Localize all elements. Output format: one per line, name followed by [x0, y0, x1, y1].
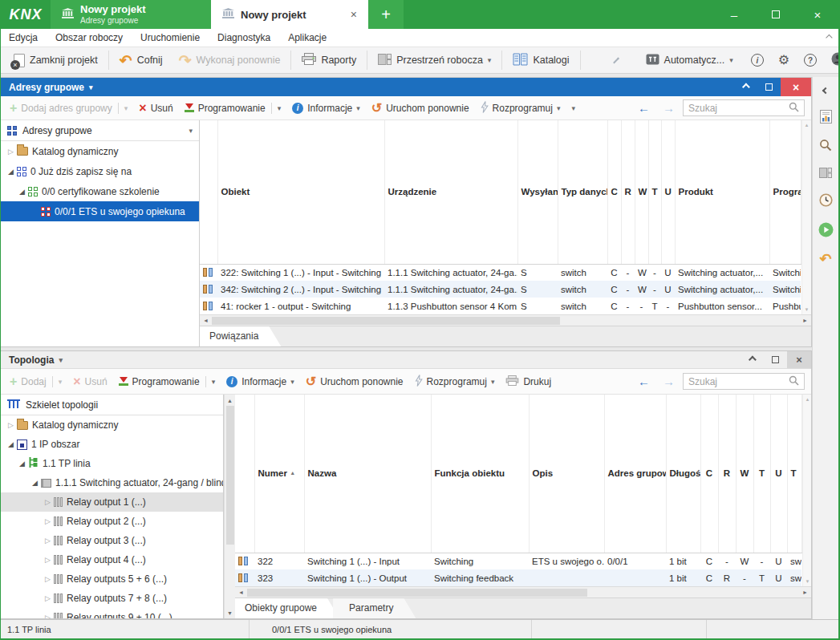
- gear-icon[interactable]: ⚙: [778, 54, 789, 67]
- tree-vertical-scrollbar[interactable]: ▲ ▼: [224, 395, 235, 618]
- column-header[interactable]: Numer ▲: [254, 395, 304, 553]
- tree-item-middle-group[interactable]: ◢ 0/0 certyfikowane szkolenie: [1, 181, 199, 201]
- close-project-button[interactable]: × Zamknij projekt: [6, 47, 106, 73]
- scroll-down-icon[interactable]: ▼: [805, 307, 810, 312]
- tree-item-device[interactable]: ◢ 1.1.1 Switching actuator, 24-gang / bl…: [1, 473, 223, 492]
- scroll-right-icon[interactable]: ►: [799, 589, 811, 595]
- undo-button[interactable]: ↶ Cofnij: [112, 47, 171, 73]
- scroll-up-icon[interactable]: ▲: [227, 395, 233, 406]
- column-header[interactable]: Opis: [529, 395, 604, 553]
- column-header[interactable]: R: [718, 395, 736, 553]
- search-icon[interactable]: [789, 375, 799, 388]
- close-button[interactable]: ×: [797, 0, 838, 29]
- scroll-up-icon[interactable]: ▲: [805, 123, 810, 128]
- column-header[interactable]: C: [607, 120, 621, 264]
- chevron-down-icon[interactable]: ▾: [59, 356, 63, 364]
- collapsed-arrow-icon[interactable]: ▷: [42, 614, 54, 618]
- project-tab-inactive[interactable]: Nowy projekt ×: [211, 0, 368, 29]
- play-icon[interactable]: [818, 222, 834, 240]
- user-icon[interactable]: [831, 52, 840, 68]
- column-header[interactable]: Nazwa: [304, 395, 431, 553]
- vertical-scrollbar[interactable]: ▲ ▼: [802, 395, 812, 586]
- collapsed-arrow-icon[interactable]: ▷: [42, 556, 54, 564]
- collapse-sidebar-icon[interactable]: [822, 87, 829, 94]
- column-header[interactable]: Produkt: [675, 120, 769, 264]
- expanded-arrow-icon[interactable]: ◢: [5, 440, 17, 448]
- scrollbar-thumb[interactable]: [212, 317, 560, 325]
- add-group-address-button[interactable]: + Dodaj adres grupowy ▾: [4, 96, 133, 119]
- expanded-arrow-icon[interactable]: ◢: [16, 188, 28, 196]
- info-button[interactable]: i Informacje ▾: [221, 369, 300, 394]
- tree-header[interactable]: Szkielet topologii: [1, 395, 223, 415]
- chevron-down-icon[interactable]: ▾: [189, 127, 193, 135]
- tab-parametry[interactable]: Parametry: [333, 598, 416, 618]
- topology-panel-header[interactable]: Topologia ▾ ×: [1, 351, 811, 369]
- panel-collapse-button[interactable]: [739, 351, 763, 368]
- tree-item-dynamic-folder[interactable]: ▷ Katalog dynamiczny: [1, 141, 199, 161]
- expanded-arrow-icon[interactable]: ◢: [16, 460, 28, 468]
- maximize-button[interactable]: [755, 0, 797, 29]
- column-header[interactable]: W: [736, 395, 753, 553]
- tree-item-area[interactable]: ◢ 1 IP obszar: [1, 435, 223, 454]
- tree-item-group-address-selected[interactable]: 0/0/1 ETS u swojego opiekuna: [1, 201, 199, 221]
- extra-dropdown-button[interactable]: ▾: [566, 96, 581, 119]
- group-addresses-panel-header[interactable]: Adresy grupowe ▾ ×: [1, 78, 811, 96]
- search-icon[interactable]: [789, 102, 799, 115]
- back-arrow[interactable]: ←: [631, 375, 656, 388]
- column-header[interactable]: Wysyłany: [517, 120, 558, 264]
- panel-close-button[interactable]: ×: [781, 78, 811, 96]
- column-header[interactable]: Obiekt: [217, 120, 384, 264]
- collapsed-arrow-icon[interactable]: ▷: [42, 594, 54, 602]
- horizontal-scrollbar[interactable]: ◄ ►: [235, 586, 811, 597]
- tree-item-channel[interactable]: ▷ Relay outputs 7 + 8 (...): [1, 589, 223, 608]
- delete-button[interactable]: × Usuń: [133, 96, 178, 119]
- search-icon[interactable]: [819, 139, 832, 155]
- tree-item-line[interactable]: ◢ 1.1 TP linia: [1, 454, 223, 473]
- collapsed-arrow-icon[interactable]: ▷: [5, 421, 17, 429]
- reports-button[interactable]: Raporty: [294, 47, 364, 73]
- menu-aplikacje[interactable]: Aplikacje: [288, 32, 327, 43]
- expanded-arrow-icon[interactable]: ◢: [5, 168, 17, 176]
- close-tab-icon[interactable]: ×: [351, 8, 357, 21]
- scroll-up-icon[interactable]: ▲: [806, 397, 810, 402]
- expanded-arrow-icon[interactable]: ◢: [29, 479, 41, 487]
- workspace-icon[interactable]: [819, 167, 832, 181]
- scroll-left-icon[interactable]: ◄: [200, 318, 212, 323]
- undo-history-icon[interactable]: ↶: [819, 252, 831, 266]
- scroll-left-icon[interactable]: ◄: [235, 589, 247, 595]
- column-header[interactable]: T: [648, 120, 661, 264]
- tree-item-main-group[interactable]: ◢ 0 Już dziś zapisz się na: [1, 161, 199, 181]
- workspace-button[interactable]: Przestrzeń robocza ▾: [370, 47, 499, 73]
- column-header[interactable]: T: [787, 395, 801, 553]
- tree-item-dynamic-folder[interactable]: ▷ Katalog dynamiczny: [1, 415, 223, 435]
- column-header[interactable]: C: [700, 395, 718, 553]
- info-icon[interactable]: i: [751, 54, 764, 67]
- connection-mode-button[interactable]: Automatycz... ▾: [638, 47, 741, 73]
- column-header[interactable]: Urządzenie: [384, 120, 517, 264]
- table-row[interactable]: 322 Switching 1 (...) - Input Switching …: [235, 553, 801, 569]
- table-row[interactable]: 322: Switching 1 (...) - Input - Switchi…: [200, 264, 801, 281]
- search-input[interactable]: [688, 103, 789, 114]
- scroll-down-icon[interactable]: ▼: [227, 607, 233, 618]
- collapsed-arrow-icon[interactable]: ▷: [5, 148, 17, 156]
- horizontal-scrollbar[interactable]: ◄ ►: [200, 314, 811, 326]
- forward-arrow[interactable]: →: [656, 101, 681, 115]
- vertical-scrollbar[interactable]: ▲ ▼: [801, 120, 812, 314]
- tree-header[interactable]: Adresy grupowe ▾: [1, 120, 199, 141]
- unload-button[interactable]: Rozprogramuj ▾: [409, 369, 501, 394]
- menu-edycja[interactable]: Edycja: [9, 32, 38, 43]
- column-header[interactable]: Typ danych: [558, 120, 607, 264]
- restart-button[interactable]: ↺ Uruchom ponownie: [366, 96, 475, 119]
- tree-item-channel[interactable]: ▷ Relay outputs 5 + 6 (...): [1, 569, 223, 589]
- table-row[interactable]: 342: Switching 2 (...) - Input - Switchi…: [200, 281, 801, 298]
- search-input[interactable]: [688, 376, 789, 387]
- menu-obszar-roboczy[interactable]: Obszar roboczy: [55, 32, 123, 43]
- collapsed-arrow-icon[interactable]: ▷: [42, 517, 54, 525]
- restart-button[interactable]: ↺ Uruchom ponownie: [300, 369, 409, 394]
- program-button[interactable]: Programowanie ▾: [113, 369, 221, 394]
- chevron-down-icon[interactable]: ▾: [89, 83, 93, 91]
- panel-close-button[interactable]: ×: [787, 351, 811, 368]
- forward-arrow[interactable]: →: [656, 375, 681, 388]
- help-icon[interactable]: ?: [804, 54, 817, 67]
- collapse-ribbon-icon[interactable]: [826, 34, 832, 41]
